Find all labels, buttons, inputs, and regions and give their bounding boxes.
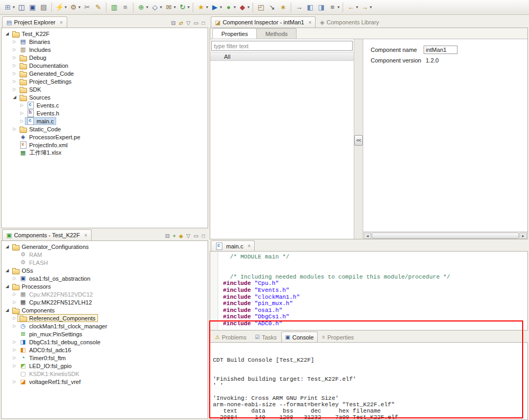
- filter-input[interactable]: [211, 41, 353, 51]
- wizard-button[interactable]: ∗: [277, 2, 289, 13]
- expander-closed-icon[interactable]: ▷: [11, 71, 18, 76]
- back-button[interactable]: ←▾: [345, 2, 359, 13]
- build-settings-button[interactable]: ⚙▾: [68, 2, 82, 13]
- minimize-icon[interactable]: ▭: [194, 233, 199, 239]
- tree-item-documentation[interactable]: ▷Documentation: [2, 61, 208, 69]
- tree-item-cpu-mk22fn512vdc12[interactable]: ▷▦Cpu:MK22FN512VDC12: [2, 290, 208, 298]
- expander-closed-icon[interactable]: ▷: [11, 55, 18, 60]
- tree-item-ksdk1-kinetissdk[interactable]: ▢KSDK1:KinetisSDK: [2, 370, 208, 378]
- scroll-right-icon[interactable]: ►: [519, 233, 527, 239]
- refresh-button[interactable]: ↻▾: [177, 2, 191, 13]
- tree-item-dbgcs1-fsl-debug-console[interactable]: ▷◨DbgCs1:fsl_debug_console: [2, 338, 208, 346]
- tab-tasks[interactable]: ☑Tasks: [250, 332, 281, 342]
- expander-closed-icon[interactable]: ▷: [11, 379, 18, 384]
- expander-closed-icon[interactable]: ▷: [11, 39, 18, 44]
- window-left-button[interactable]: ◧: [304, 2, 316, 13]
- tree-item-includes[interactable]: ▷▥Includes: [2, 46, 208, 53]
- tab-console[interactable]: ▣Console: [281, 332, 318, 342]
- flash-programmer-button[interactable]: ⚡▾: [54, 2, 68, 13]
- window-right-button[interactable]: ◨: [316, 2, 327, 13]
- tree-item-test-k22f[interactable]: ◢Test_K22F: [2, 30, 208, 38]
- collapse-panel-button[interactable]: <<: [354, 135, 363, 146]
- expander-closed-icon[interactable]: ▷: [11, 355, 18, 360]
- view-menu-icon[interactable]: ▽: [186, 20, 191, 26]
- link-with-editor-icon[interactable]: ⇄: [178, 20, 183, 26]
- expander-closed-icon[interactable]: ▷: [19, 111, 25, 115]
- mail-button[interactable]: ✉▾: [163, 2, 177, 13]
- print-button[interactable]: ▤: [38, 2, 49, 13]
- tree-item-led-io-fsl-gpio[interactable]: ▷◩LED_IO:fsl_gpio: [2, 362, 208, 370]
- import-button[interactable]: ↘: [266, 2, 277, 13]
- filter-components-icon[interactable]: ◆: [179, 233, 183, 239]
- memory-chart-button[interactable]: ▥: [109, 2, 120, 13]
- tab-methods[interactable]: Methods: [256, 28, 297, 39]
- tab-main-c[interactable]: main.c ×: [211, 240, 255, 251]
- close-icon[interactable]: ×: [84, 233, 87, 238]
- inspector-splitter[interactable]: <<: [354, 39, 363, 239]
- collapse-all-icon[interactable]: ⊟: [171, 20, 175, 26]
- tree-item-processors[interactable]: ◢Processors: [2, 282, 208, 290]
- tree-item-adc0-fsl-adc16[interactable]: ▷◧ADC0:fsl_adc16: [2, 346, 208, 354]
- tree-item-static-code[interactable]: ▷Static_Code: [2, 125, 208, 133]
- minimize-icon[interactable]: ▭: [194, 20, 199, 26]
- expander-closed-icon[interactable]: ▷: [11, 87, 18, 92]
- collapse-all-icon[interactable]: ⊟: [165, 233, 169, 239]
- tree-item-workbook1-xlsx[interactable]: ▦工作簿1.xlsx: [2, 149, 208, 157]
- scroll-left-icon[interactable]: ◄: [364, 233, 371, 239]
- tree-item-timer0-fsl-ftm[interactable]: ▷◔Timer0:fsl_ftm: [2, 354, 208, 362]
- new-button[interactable]: ⊞▾: [2, 2, 16, 13]
- close-icon[interactable]: ×: [247, 243, 250, 249]
- new-class-button[interactable]: ⊕▾: [136, 2, 149, 13]
- outline-button[interactable]: ≡: [120, 2, 131, 13]
- tab-components[interactable]: ▣ Components - Test_K22F ×: [2, 229, 92, 240]
- close-icon[interactable]: ×: [60, 20, 63, 25]
- horizontal-scrollbar[interactable]: ◄ ►: [363, 231, 527, 239]
- tree-item-project-settings[interactable]: ▷Project_Settings: [2, 77, 208, 85]
- run-button[interactable]: ▶▾: [209, 2, 223, 13]
- tree-item-sources[interactable]: ◢Sources: [2, 93, 208, 101]
- expander-closed-icon[interactable]: ▷: [11, 63, 18, 68]
- component-name-value[interactable]: [424, 46, 458, 54]
- expander-closed-icon[interactable]: ▷: [11, 363, 18, 368]
- tree-item-events-c[interactable]: ▷Events.c: [2, 101, 208, 109]
- expander-closed-icon[interactable]: ▷: [11, 300, 18, 305]
- expander-closed-icon[interactable]: ▷: [11, 276, 18, 281]
- expander-closed-icon[interactable]: ▷: [11, 79, 18, 84]
- expander-closed-icon[interactable]: ▷: [11, 347, 18, 352]
- tree-item-generator-configurations[interactable]: ◢Generator_Configurations: [2, 243, 208, 251]
- tab-properties[interactable]: Properties: [212, 28, 257, 39]
- open-folder-button[interactable]: ◰: [255, 2, 266, 13]
- tree-item-processorexpert-pe[interactable]: ◈ProcessorExpert.pe: [2, 133, 208, 141]
- tree-item-debug[interactable]: ▷Debug: [2, 53, 208, 61]
- expander-closed-icon[interactable]: ▷: [19, 103, 25, 108]
- expander-open-icon[interactable]: ◢: [4, 308, 11, 312]
- profile-button[interactable]: ◆▾: [237, 2, 250, 13]
- tree-item-projectinfo-xml[interactable]: ProjectInfo.xml: [2, 141, 208, 149]
- tree-item-voltageref1-fsl-vref[interactable]: ▷◪voltageRef1:fsl_vref: [2, 378, 208, 386]
- tree-item-oss[interactable]: ◢OSs: [2, 266, 208, 274]
- forward-button[interactable]: →▾: [359, 2, 373, 13]
- next-edit-button[interactable]: →: [293, 2, 304, 13]
- expander-open-icon[interactable]: ◢: [4, 268, 11, 273]
- tree-item-ram[interactable]: ⚙RAM: [2, 251, 208, 258]
- tree-item-binaries[interactable]: ▷▤Binaries: [2, 38, 208, 46]
- expander-closed-icon[interactable]: ▷: [11, 47, 18, 52]
- properties-root-row[interactable]: All: [210, 52, 354, 61]
- maximize-icon[interactable]: □: [202, 233, 205, 239]
- add-component-icon[interactable]: +: [173, 233, 176, 239]
- view-menu-icon[interactable]: ▽: [186, 233, 191, 239]
- tab-component-inspector[interactable]: ◪ Component Inspector - intMan1 ×: [211, 16, 316, 28]
- tab-problems[interactable]: ⚠Problems: [211, 332, 250, 342]
- close-icon[interactable]: ×: [309, 20, 312, 25]
- tree-item-main-c[interactable]: ▷main.c: [2, 117, 208, 125]
- tree-item-osa1-fsl-os-abstraction[interactable]: ▷▣osa1:fsl_os_abstraction: [2, 274, 208, 282]
- expander-closed-icon[interactable]: ▷: [11, 292, 18, 297]
- expander-open-icon[interactable]: ◢: [11, 95, 18, 100]
- debug-button[interactable]: ●▾: [223, 2, 237, 13]
- tab-project-explorer[interactable]: ▤ Project Explorer ×: [2, 16, 67, 28]
- edit-marker-button[interactable]: ✎: [93, 2, 104, 13]
- expander-open-icon[interactable]: ◢: [4, 244, 11, 249]
- expander-open-icon[interactable]: ◢: [4, 31, 11, 36]
- expander-closed-icon[interactable]: ▷: [11, 316, 18, 320]
- tree-item-flash[interactable]: ⚙FLASH: [2, 258, 208, 266]
